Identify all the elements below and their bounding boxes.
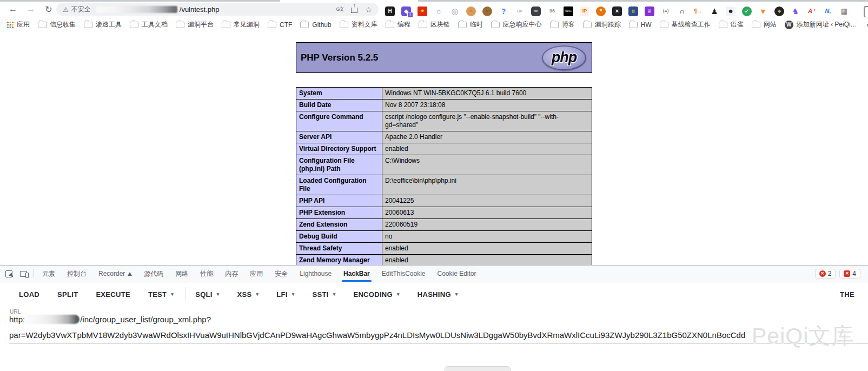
devtools-tab[interactable]: 控制台	[61, 266, 92, 282]
hackbar-menu-sqli[interactable]: SQLI▾	[195, 290, 219, 299]
bookmark-item[interactable]: CTF	[268, 21, 292, 29]
bookmark-item[interactable]: Github	[300, 21, 331, 29]
help-icon[interactable]: ?	[499, 6, 508, 16]
bookmark-label: 渗透工具	[96, 20, 122, 29]
hackbar-menu-execute[interactable]: EXECUTE	[96, 290, 130, 299]
ninja-icon[interactable]: ♟	[710, 6, 719, 16]
issues-badge[interactable]: ✕ 4	[839, 269, 860, 279]
gray-badge-icon[interactable]: 96	[547, 6, 557, 16]
reload-button[interactable]: ↻	[42, 4, 55, 15]
dark-emblem-icon[interactable]: ◆	[774, 6, 784, 16]
devtools-tab[interactable]: 网络	[169, 266, 194, 282]
devtools-tab[interactable]: HackBar	[337, 266, 376, 282]
bookmark-item[interactable]: 信息收集	[38, 20, 76, 29]
security-label[interactable]: 不安全	[71, 5, 91, 14]
paw-glyph: *	[600, 8, 602, 15]
extension-icons: H◆3★○◎∴∵?uv∞960101IP*×¤♕(≡)∩¶→♟☻✓▼◆♞A⁺N,…	[385, 3, 849, 19]
bookmark-item[interactable]: W添加新网址 ‹ PeiQi...	[785, 20, 856, 29]
help-glyph: ?	[501, 8, 506, 15]
a-plus-icon[interactable]: A⁺	[807, 6, 817, 16]
bookmark-item[interactable]: 资料文库	[340, 20, 377, 29]
phpinfo-table-body: SystemWindows NT WIN-5BKGC0K7Q5J 6.1 bui…	[296, 88, 592, 266]
puzzle-icon[interactable]: ▦	[839, 6, 849, 16]
metamask-fox-icon[interactable]: ▼	[758, 6, 768, 16]
proxy-pin-icon[interactable]: ○	[434, 6, 443, 16]
devtools-tab-bar: 元素控制台Recorder源代码网络性能内存应用安全LighthouseHack…	[0, 266, 868, 282]
console-errors-badge[interactable]: ✕ 2	[815, 269, 836, 279]
bookmark-item[interactable]: 编程	[386, 20, 410, 29]
devtools-tab[interactable]: 内存	[219, 266, 244, 282]
paw-icon[interactable]: *	[596, 6, 606, 16]
fedora-hat-icon[interactable]: ∩	[677, 6, 687, 16]
chevron-down-icon: ▾	[256, 292, 259, 297]
uv-tag-icon[interactable]: uv	[515, 6, 525, 16]
devtools-tab[interactable]: 安全	[269, 266, 294, 282]
bookmark-item[interactable]: HW	[629, 21, 652, 29]
inspect-element-icon[interactable]	[5, 270, 12, 277]
devtools-tab[interactable]: 源代码	[138, 266, 169, 282]
devtools-tab[interactable]: EditThisCookie	[376, 266, 432, 282]
hacker-card-icon[interactable]: ☻	[726, 6, 736, 16]
hackbar-theme-menu[interactable]: THE	[840, 290, 854, 299]
bookmark-star-icon[interactable]: ☆	[365, 5, 372, 14]
bookmark-item[interactable]: 漏洞跟踪	[583, 20, 621, 29]
menu-label: ENCODING	[353, 290, 392, 299]
purple-crown-icon[interactable]: ♕	[645, 6, 654, 16]
binary-block-icon[interactable]: 0101	[564, 6, 573, 16]
devtools-tab[interactable]: Recorder	[92, 266, 138, 282]
bookmark-item[interactable]: 网站	[752, 20, 777, 29]
menu-label: LOAD	[19, 290, 39, 299]
hackbar-menu-load[interactable]: LOAD	[19, 290, 39, 299]
bookmark-item[interactable]: 临时	[458, 20, 483, 29]
translate-icon[interactable]: G文	[336, 6, 343, 13]
devtools-tab[interactable]: 性能	[194, 266, 219, 282]
devtools-tab[interactable]: Cookie Editor	[431, 266, 482, 282]
url-field-line1[interactable]: http:/inc/group_user_list/group_xml.php?	[9, 315, 211, 324]
share-icon[interactable]	[351, 8, 357, 13]
green-check-icon[interactable]: ✓	[742, 6, 752, 16]
bookmark-item[interactable]: 基线检查工作	[660, 20, 711, 29]
purple-rabbit-icon[interactable]: ♞	[791, 6, 800, 16]
url-path[interactable]: /vulntest.php	[180, 5, 220, 14]
devtools-tab[interactable]: 元素	[36, 266, 61, 282]
pilcrow-arrow-icon[interactable]: ¶→	[693, 6, 703, 16]
bookmark-item[interactable]: 漏洞平台	[176, 20, 214, 29]
bookmark-item[interactable]: 博客	[550, 20, 575, 29]
cookie-bitten-icon[interactable]: ∵	[482, 6, 492, 16]
bookmark-item[interactable]: 语雀	[719, 20, 744, 29]
bookmark-item[interactable]: 工具文档	[130, 20, 168, 29]
url-field-line2[interactable]: par=W2dyb3VwXTpbMV18W2dyb3VwaWRdOlsxIHVu…	[9, 330, 745, 340]
back-button[interactable]: ←	[6, 4, 19, 15]
bookmark-item[interactable]: 常见漏洞	[222, 20, 260, 29]
bookmark-label: 应用	[17, 20, 30, 29]
ip-lookup-icon[interactable]: IP	[580, 6, 589, 16]
hackbar-menu-xss[interactable]: XSS▾	[237, 290, 259, 299]
hackbar-menu-split[interactable]: SPLIT	[57, 290, 78, 299]
bookmark-item[interactable]: 应急响应中心	[491, 20, 542, 29]
cookie-icon[interactable]: ∴	[466, 6, 476, 16]
bookmark-item[interactable]: 应用	[7, 20, 30, 29]
address-bar[interactable]: ⚠ 不安全 /vulntest.php G文 ☆	[56, 3, 379, 16]
devtools-tab[interactable]: 应用	[244, 266, 269, 282]
devtools-tab[interactable]: Lighthouse	[294, 266, 337, 282]
bookmark-item[interactable]: 渗透工具	[84, 20, 122, 29]
phpinfo-row: PHP Extension20060613	[296, 207, 592, 219]
hackbar-menu-hashing[interactable]: HASHING▾	[418, 290, 458, 299]
bookmark-item[interactable]: 区块链	[419, 20, 450, 29]
navy-shield-icon[interactable]: ¤	[628, 6, 638, 16]
hackbar-menu-encoding[interactable]: ENCODING▾	[353, 290, 399, 299]
url-field-label: URL	[10, 309, 21, 315]
donut-icon[interactable]: ◎	[450, 6, 460, 16]
incognito-car-icon[interactable]: ∞	[531, 6, 541, 16]
hackbar-menu-ssti[interactable]: SSTI▾	[313, 290, 336, 299]
hackbar-menu-test[interactable]: TEST▾	[148, 290, 174, 299]
china-flag-icon[interactable]: ★	[418, 6, 427, 16]
n-mark-icon[interactable]: N,	[823, 6, 833, 16]
braces-icon[interactable]: (≡)	[661, 6, 671, 16]
device-toolbar-icon[interactable]	[20, 271, 27, 277]
hackbar-icon[interactable]: H	[385, 6, 395, 16]
wappalyzer-icon[interactable]: ◆3	[401, 6, 411, 16]
forward-button[interactable]: →	[24, 4, 37, 15]
x-tool-icon[interactable]: ×	[612, 6, 622, 16]
hackbar-menu-lfi[interactable]: LFI▾	[276, 290, 294, 299]
